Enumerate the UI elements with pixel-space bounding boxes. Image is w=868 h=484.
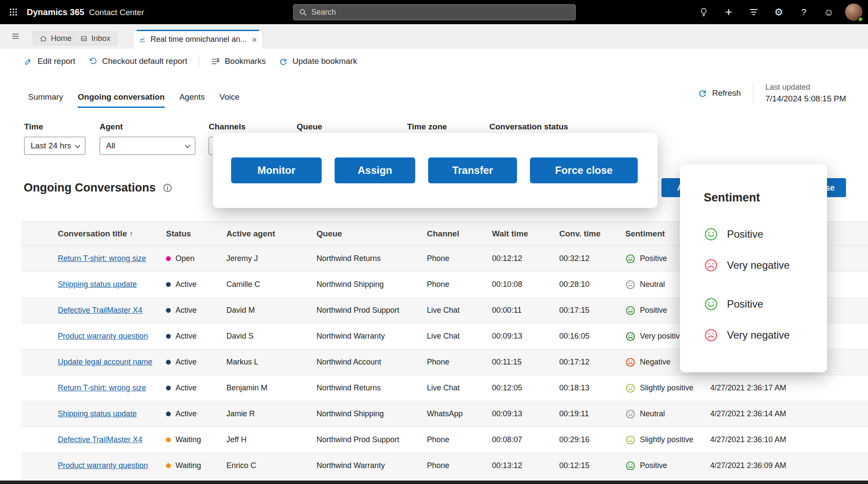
table-row[interactable]: Return T-shirt: wrong sizeActiveBenjamin…: [21, 375, 868, 401]
tab-voice[interactable]: Voice: [219, 92, 239, 108]
conversation-title-link[interactable]: Defective TrailMaster X4: [58, 306, 142, 314]
site-map-button[interactable]: [6, 28, 25, 45]
conversation-title-link[interactable]: Defective TrailMaster X4: [58, 435, 142, 444]
wait-time-cell: 00:08:07: [492, 435, 559, 444]
force-close-callout-button[interactable]: Force close: [530, 157, 638, 183]
lightbulb-icon: [699, 7, 708, 17]
status-dot: [166, 334, 171, 339]
last-updated-value: 7/14/2024 5:08:15 PM: [765, 94, 846, 104]
sentiment-icon: [625, 305, 636, 316]
add-button[interactable]: +: [716, 0, 741, 24]
app-brand[interactable]: Dynamics 365 Contact Center: [27, 7, 144, 17]
active-agent-cell: Benjamin M: [226, 383, 316, 393]
search-input[interactable]: [311, 8, 570, 17]
status-cell: Active: [166, 409, 226, 418]
start-time-cell: 4/27/2021 2:36:09 AM: [710, 461, 868, 470]
filter-button[interactable]: [741, 0, 766, 24]
status-cell: Waiting: [166, 435, 226, 444]
help-button[interactable]: ?: [791, 0, 816, 24]
status-dot: [166, 437, 171, 442]
table-row[interactable]: Defective TrailMaster X4WaitingJeff HNor…: [21, 427, 868, 453]
sentiment-icon: [704, 227, 718, 242]
queue-cell: Northwind Shipping: [316, 280, 427, 289]
column-header[interactable]: Channel: [427, 229, 492, 239]
column-header[interactable]: Queue: [316, 229, 427, 239]
sentiment-legend-list: PositiveVery negativePositiveVery negati…: [704, 227, 818, 343]
wait-time-cell: 00:09:13: [492, 332, 559, 341]
column-header[interactable]: Conv. time: [559, 229, 625, 239]
tab-home-label: Home: [51, 34, 72, 43]
table-row[interactable]: Shipping status updateActiveJamie RNorth…: [21, 401, 868, 427]
filter-label: Time zone: [407, 122, 502, 132]
sentiment-label: Neutral: [640, 280, 665, 289]
toolbar-divider: [199, 55, 199, 68]
feedback-button[interactable]: ☺: [816, 0, 841, 24]
transfer-callout-button[interactable]: Transfer: [428, 157, 517, 183]
wait-time-cell: 00:09:13: [492, 409, 559, 418]
report-page-tabs: Summary Ongoing conversation Agents Voic…: [28, 85, 240, 108]
bulk-actions-callout: MonitorAssignTransferForce close: [213, 133, 658, 208]
last-updated-label: Last updated: [765, 83, 846, 92]
filter-time: TimeLast 24 hrs: [24, 122, 85, 155]
account-menu[interactable]: [841, 0, 866, 24]
sentiment-icon: [704, 297, 718, 311]
checkout-default-report-button[interactable]: Checkout default report: [82, 53, 194, 70]
edit-report-button[interactable]: Edit report: [17, 53, 82, 70]
conv-time-cell: 00:17:12: [559, 358, 625, 367]
tab-ongoing-conversation[interactable]: Ongoing conversation: [78, 92, 165, 108]
status-label: Active: [175, 306, 197, 315]
sentiment-icon: [625, 383, 636, 393]
conversation-title-link[interactable]: Update legal account name: [58, 358, 152, 366]
presence-available-dot: [858, 16, 863, 22]
conversation-title-link[interactable]: Shipping status update: [58, 280, 137, 289]
table-row[interactable]: Product warranty questionWaitingEnrico C…: [21, 453, 868, 479]
active-agent-cell: Jeff H: [226, 435, 316, 444]
column-header[interactable]: Active agent: [226, 229, 316, 239]
sentiment-legend-label: Positive: [727, 298, 763, 310]
update-bookmark-button[interactable]: Update bookmark: [272, 53, 363, 70]
update-bookmark-label: Update bookmark: [292, 57, 357, 66]
queue-cell: Northwind Prod Support: [316, 435, 427, 444]
settings-button[interactable]: ⚙: [766, 0, 791, 24]
conversation-title-link[interactable]: Return T-shirt: wrong size: [58, 254, 146, 263]
status-label: Active: [175, 280, 197, 289]
sync-icon: [279, 57, 288, 66]
last-updated: Last updated 7/14/2024 5:08:15 PM: [765, 83, 846, 104]
column-header[interactable]: Status: [166, 229, 226, 239]
sentiment-icon: [625, 254, 636, 264]
column-header[interactable]: Conversation title ↑: [58, 229, 166, 239]
status-dot: [166, 412, 171, 416]
sentiment-legend-label: Very negative: [727, 259, 790, 271]
assign-callout-button[interactable]: Assign: [335, 157, 415, 183]
chevron-down-icon: [75, 142, 81, 148]
conversation-title-link[interactable]: Shipping status update: [58, 409, 137, 418]
bookmarks-button[interactable]: Bookmarks: [204, 53, 272, 70]
info-icon[interactable]: [163, 183, 172, 192]
channel-cell: Live Chat: [427, 306, 492, 315]
status-dot: [166, 386, 171, 390]
tab-inbox[interactable]: Inbox: [73, 31, 117, 45]
global-search-box[interactable]: [293, 4, 576, 20]
vertical-divider: [753, 82, 753, 104]
conversation-title-link[interactable]: Product warranty question: [58, 332, 148, 340]
close-tab-button[interactable]: ×: [252, 35, 257, 44]
conv-time-cell: 00:28:10: [559, 280, 625, 289]
status-cell: Open: [166, 254, 226, 263]
filter-dropdown[interactable]: All: [100, 137, 195, 155]
monitor-callout-button[interactable]: Monitor: [231, 157, 322, 183]
insights-button[interactable]: [691, 0, 716, 24]
conversation-title-link[interactable]: Return T-shirt: wrong size: [58, 383, 146, 392]
filter-dropdown[interactable]: Last 24 hrs: [24, 137, 85, 155]
sentiment-label: Negative: [640, 358, 671, 367]
conversation-title-link[interactable]: Product warranty question: [58, 461, 148, 470]
plus-icon: +: [725, 5, 732, 19]
app-launcher-button[interactable]: [0, 0, 27, 24]
tab-realtime-analytics[interactable]: Real time omnichannel an... ×: [133, 30, 263, 49]
column-header[interactable]: Wait time: [492, 229, 559, 239]
tab-agents[interactable]: Agents: [179, 92, 205, 108]
tab-home[interactable]: Home: [33, 31, 78, 45]
tab-summary[interactable]: Summary: [28, 92, 63, 108]
refresh-button[interactable]: Refresh: [698, 88, 741, 98]
filter-label: Queue: [297, 122, 392, 132]
start-time-cell: 4/27/2021 2:36:10 AM: [710, 435, 868, 444]
